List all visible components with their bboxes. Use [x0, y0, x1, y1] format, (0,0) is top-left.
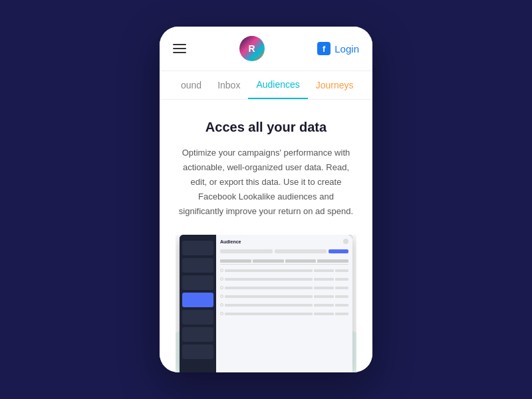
screenshot-close-btn — [343, 239, 348, 244]
screenshot-checkbox — [220, 277, 223, 281]
screenshot-cell — [335, 287, 348, 289]
screenshot-cell — [314, 269, 334, 272]
screenshot-table-row — [220, 267, 348, 273]
screenshot-main-panel: Audience — [216, 235, 352, 372]
nav-item-audiences[interactable]: Audiences — [248, 71, 307, 99]
phone-card: R f Login ound Inbox Audiences Journeys … — [160, 27, 372, 372]
nav-item-journeys[interactable]: Journeys — [308, 72, 362, 98]
screenshot-cell — [335, 278, 348, 281]
screenshot-th — [220, 259, 251, 263]
screenshot-table-row — [220, 285, 348, 291]
ss-sidebar-row — [182, 241, 213, 255]
screenshot-th — [317, 259, 348, 263]
audience-screenshot: Audience — [180, 235, 352, 372]
facebook-icon: f — [317, 42, 331, 55]
screenshot-cell — [314, 304, 334, 307]
screenshot-cell — [225, 295, 313, 298]
ss-sidebar-row-active — [182, 293, 213, 307]
screenshot-filter-chip-active — [329, 249, 348, 253]
screenshot-th — [285, 259, 317, 263]
screenshot-table-row — [220, 293, 348, 299]
nav-item-inbound[interactable]: ound — [173, 72, 209, 98]
navigation-bar: ound Inbox Audiences Journeys — [160, 71, 372, 100]
screenshot-cell — [314, 287, 334, 289]
ss-sidebar-row — [182, 258, 213, 273]
screenshot-cell — [225, 287, 313, 289]
screenshot-cell — [335, 269, 348, 272]
nav-item-inbox[interactable]: Inbox — [209, 72, 248, 98]
screenshot-cell — [225, 313, 313, 315]
screenshot-filter-chip — [220, 249, 273, 253]
screenshot-panel-title: Audience — [220, 239, 241, 244]
screenshot-cell — [314, 278, 334, 281]
ss-sidebar-row — [182, 310, 213, 325]
screenshot-filter-chip — [275, 249, 327, 253]
screenshot-sidebar — [180, 235, 216, 372]
screenshot-th — [253, 259, 284, 263]
screenshot-checkbox — [220, 269, 223, 272]
screenshot-cell — [225, 278, 313, 281]
ss-sidebar-row — [182, 275, 213, 290]
ss-sidebar-row — [182, 327, 213, 342]
page-title: Acces all your data — [205, 120, 327, 135]
screenshot-table-row — [220, 311, 348, 317]
page-description: Optimize your campaigns' performance wit… — [176, 146, 356, 219]
screenshot-cell — [335, 295, 348, 298]
screenshot-cell — [314, 295, 334, 298]
screenshot-cell — [225, 269, 313, 272]
screenshot-checkbox — [220, 295, 223, 298]
logo-avatar: R — [239, 36, 265, 61]
screenshot-cell — [225, 304, 313, 307]
screenshot-header-bar: Audience — [220, 239, 348, 244]
screenshot-checkbox — [220, 312, 223, 315]
screenshot-table-header — [220, 258, 348, 265]
screenshot-cell — [314, 313, 334, 315]
screenshot-checkbox — [220, 303, 223, 307]
screenshot-preview-area: Audience — [176, 235, 356, 372]
screenshot-cell — [335, 304, 348, 307]
screenshot-filter-row — [220, 249, 348, 253]
login-button[interactable]: f Login — [317, 42, 359, 55]
screenshot-cell — [335, 313, 348, 315]
main-content: Acces all your data Optimize your campai… — [160, 100, 372, 372]
header: R f Login — [160, 27, 372, 71]
ss-sidebar-row — [182, 344, 213, 359]
screenshot-checkbox — [220, 286, 223, 289]
screenshot-table-row — [220, 276, 348, 282]
menu-button[interactable] — [173, 44, 186, 53]
screenshot-table-row — [220, 302, 348, 308]
